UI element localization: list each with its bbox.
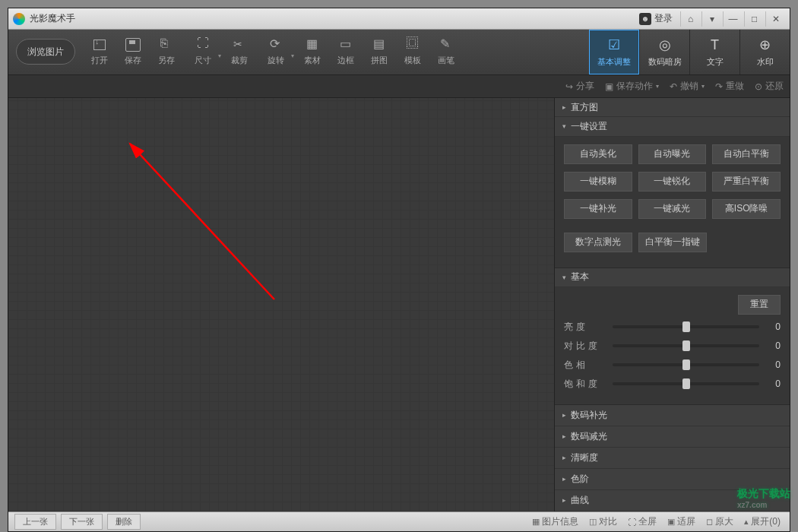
section-basic[interactable]: ▾基本 — [555, 268, 790, 287]
size-icon — [195, 38, 211, 52]
login-label: 登录 — [654, 12, 673, 25]
expand-icon: ▴ — [744, 517, 749, 527]
chevron-right-icon: ▸ — [562, 454, 566, 461]
save-action-button[interactable]: ▣保存动作▾ — [605, 80, 659, 93]
original-size-button[interactable]: ◻原大 — [703, 515, 736, 528]
tab-水印[interactable]: ⊕水印 — [739, 30, 790, 74]
tab-文字[interactable]: T文字 — [689, 30, 739, 74]
right-panel: ▸直方图 ▾一键设置 自动美化自动曝光自动白平衡 一键模糊一键锐化严重白平衡 一… — [554, 98, 790, 511]
slider-对比度: 对比度0 — [564, 340, 781, 353]
section-oneclick[interactable]: ▾一键设置 — [555, 117, 790, 136]
oneclick-一键减光[interactable]: 一键减光 — [638, 199, 707, 219]
rotate-icon — [268, 38, 283, 52]
saveas-icon — [159, 38, 174, 52]
home-button[interactable]: ⌂ — [680, 11, 700, 27]
open-icon — [92, 38, 107, 52]
slider-thumb[interactable] — [682, 321, 690, 332]
oneclick-一键锐化[interactable]: 一键锐化 — [638, 172, 707, 192]
tool-template[interactable]: 模板 — [396, 30, 429, 74]
tool-collage[interactable]: 拼图 — [363, 30, 396, 74]
prev-image-button[interactable]: 上一张 — [14, 514, 56, 530]
restore-button[interactable]: ⊙还原 — [755, 80, 784, 93]
compare-icon: ◫ — [589, 517, 597, 527]
settings-button[interactable]: ▾ — [701, 11, 721, 27]
tab-基本调整[interactable]: ☑基本调整 — [589, 30, 639, 74]
chevron-right-icon: ▸ — [562, 103, 566, 111]
slider-色相: 色相0 — [564, 359, 781, 372]
redo-icon: ↷ — [715, 81, 723, 92]
undo-icon: ↶ — [670, 81, 677, 92]
oneclick-自动曝光[interactable]: 自动曝光 — [638, 144, 707, 164]
record-icon: ▣ — [605, 81, 613, 92]
tool-brush[interactable]: 画笔 — [429, 30, 463, 74]
slider-track[interactable] — [613, 382, 759, 385]
main-area: ▸直方图 ▾一键设置 自动美化自动曝光自动白平衡 一键模糊一键锐化严重白平衡 一… — [8, 98, 790, 511]
tool-open[interactable]: 打开 — [83, 30, 116, 74]
close-button[interactable]: ✕ — [765, 11, 785, 27]
oneclick-自动白平衡[interactable]: 自动白平衡 — [712, 144, 781, 164]
user-icon: ☻ — [639, 13, 651, 25]
tool-save[interactable]: 保存 — [116, 30, 150, 74]
tool-material[interactable]: 素材 — [296, 30, 329, 74]
section-数码减光[interactable]: ▸数码减光 — [555, 426, 790, 448]
oneclick-自动美化[interactable]: 自动美化 — [564, 144, 632, 164]
slider-thumb[interactable] — [682, 378, 690, 389]
redo-button[interactable]: ↷重做 — [715, 80, 744, 93]
browse-images-button[interactable]: 浏览图片 — [16, 39, 75, 65]
slider-value: 0 — [765, 321, 781, 332]
section-曲线[interactable]: ▸曲线 — [555, 490, 790, 511]
image-info-button[interactable]: ▦图片信息 — [529, 515, 581, 528]
slider-track[interactable] — [613, 344, 759, 347]
border-icon — [338, 38, 353, 52]
slider-track[interactable] — [613, 363, 759, 366]
oneclick-白平衡一指键[interactable]: 白平衡一指键 — [638, 233, 707, 252]
minimize-button[interactable]: — — [723, 11, 743, 27]
tool-rotate[interactable]: 旋转▾ — [256, 30, 296, 74]
sub-toolbar: ↪分享 ▣保存动作▾ ↶撤销▾ ↷重做 ⊙还原 — [8, 75, 790, 98]
tab-数码暗房[interactable]: ◎数码暗房 — [639, 30, 689, 74]
slider-label: 色相 — [564, 359, 606, 372]
section-清晰度[interactable]: ▸清晰度 — [555, 448, 790, 469]
tool-border[interactable]: 边框 — [329, 30, 363, 74]
statusbar: 上一张 下一张 删除 ▦图片信息 ◫对比 ⛶全屏 ▣适屏 ◻原大 ▴展开(0) — [8, 511, 790, 531]
section-色阶[interactable]: ▸色阶 — [555, 469, 790, 490]
basic-body: 重置 亮度0对比度0色相0饱和度0 — [555, 287, 790, 405]
login-button[interactable]: ☻ 登录 — [639, 12, 673, 25]
oneclick-数字点测光[interactable]: 数字点测光 — [564, 233, 632, 252]
maximize-button[interactable]: □ — [744, 11, 764, 27]
slider-value: 0 — [765, 378, 781, 389]
fit-screen-button[interactable]: ▣适屏 — [664, 515, 698, 528]
chevron-right-icon: ▸ — [562, 432, 566, 440]
tab-icon: ⊕ — [756, 36, 774, 53]
slider-thumb[interactable] — [682, 340, 690, 351]
main-toolbar: 浏览图片 打开保存另存尺寸▾裁剪旋转▾素材边框拼图模板画笔 ☑基本调整◎数码暗房… — [8, 30, 790, 75]
undo-button[interactable]: ↶撤销▾ — [670, 80, 705, 93]
canvas[interactable] — [8, 98, 554, 511]
section-数码补光[interactable]: ▸数码补光 — [555, 405, 790, 426]
oneclick-一键模糊[interactable]: 一键模糊 — [564, 172, 632, 192]
oneclick-严重白平衡[interactable]: 严重白平衡 — [712, 172, 781, 192]
fit-icon: ▣ — [667, 517, 675, 527]
tool-saveas[interactable]: 另存 — [150, 30, 183, 74]
next-image-button[interactable]: 下一张 — [61, 514, 103, 530]
expand-button[interactable]: ▴展开(0) — [741, 515, 784, 528]
oneclick-一键补光[interactable]: 一键补光 — [564, 199, 632, 219]
tool-size[interactable]: 尺寸▾ — [183, 30, 223, 74]
slider-thumb[interactable] — [682, 359, 690, 370]
restore-icon: ⊙ — [755, 81, 762, 92]
delete-button[interactable]: 删除 — [107, 514, 141, 530]
slider-label: 对比度 — [564, 340, 606, 353]
save-icon — [125, 38, 141, 52]
collage-icon — [372, 38, 387, 52]
slider-label: 亮度 — [564, 321, 606, 334]
fullscreen-button[interactable]: ⛶全屏 — [625, 515, 660, 528]
compare-button[interactable]: ◫对比 — [586, 515, 620, 528]
info-icon: ▦ — [532, 517, 540, 527]
chevron-right-icon: ▸ — [562, 475, 566, 483]
share-button[interactable]: ↪分享 — [565, 80, 594, 93]
slider-track[interactable] — [613, 325, 759, 328]
section-histogram[interactable]: ▸直方图 — [555, 98, 790, 117]
oneclick-高ISO降噪[interactable]: 高ISO降噪 — [712, 199, 781, 219]
tool-crop[interactable]: 裁剪 — [223, 30, 256, 74]
reset-button[interactable]: 重置 — [738, 295, 781, 315]
